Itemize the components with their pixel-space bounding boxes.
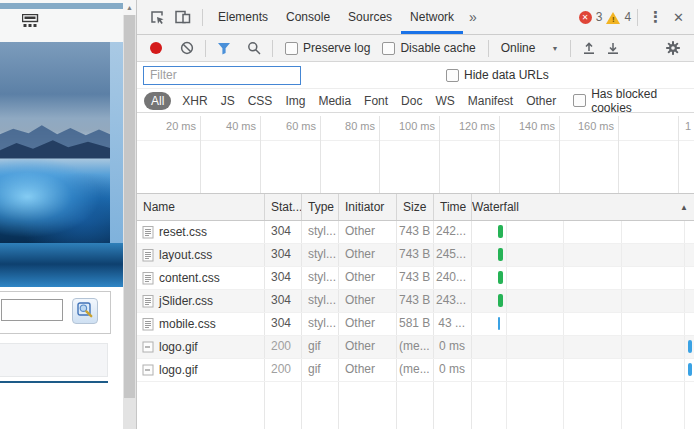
time-cell: 242... <box>434 221 472 243</box>
request-name: content.css <box>159 268 220 289</box>
tab-sources[interactable]: Sources <box>339 0 401 34</box>
checkbox[interactable] <box>446 69 459 82</box>
warning-icon[interactable]: ! <box>606 11 620 24</box>
empty-rows-area <box>137 382 694 429</box>
ocean-highlight <box>0 159 110 243</box>
device-toolbar-icon[interactable] <box>170 10 196 24</box>
widget-icon <box>22 14 39 30</box>
request-row[interactable]: mobile.css304styl...Other581 B43 ... <box>137 313 694 336</box>
type-pill-media[interactable]: Media <box>316 92 353 110</box>
record-button[interactable] <box>145 42 167 54</box>
import-har-icon[interactable] <box>577 41 601 55</box>
filter-input[interactable] <box>143 66 301 85</box>
initiator-cell: Other <box>339 244 397 266</box>
column-header-name[interactable]: Name <box>137 194 265 220</box>
timeline-overview[interactable]: 20 ms40 ms60 ms80 ms100 ms120 ms140 ms16… <box>137 113 694 194</box>
ruler-tick-label: 20 ms <box>140 120 196 132</box>
size-cell: 743 B <box>397 221 434 243</box>
hide-data-urls-label: Hide data URLs <box>464 68 549 82</box>
preserve-log-checkbox[interactable]: Preserve log <box>285 41 370 55</box>
page-content-box <box>0 343 108 377</box>
hide-data-urls-checkbox[interactable]: Hide data URLs <box>446 68 549 82</box>
scrollbar-thumb[interactable] <box>124 15 135 398</box>
waterfall-gridline <box>621 382 622 429</box>
request-row[interactable]: logo.gif200gifOther(me...0 ms <box>137 359 694 382</box>
status-cell: 304 <box>265 244 302 266</box>
type-pill-all[interactable]: All <box>144 92 171 110</box>
type-pill-ws[interactable]: WS <box>433 92 456 110</box>
tab-console[interactable]: Console <box>277 0 339 34</box>
size-cell: (me... <box>397 359 434 381</box>
error-icon[interactable]: ✕ <box>579 11 592 24</box>
waterfall-gridline <box>506 313 507 335</box>
column-header-label: Type <box>308 200 334 214</box>
waterfall-bar <box>688 363 692 376</box>
type-filter-row: AllXHRJSCSSImgMediaFontDocWSManifestOthe… <box>137 89 694 113</box>
waterfall-bar <box>498 294 503 307</box>
stylesheet-icon <box>142 225 154 239</box>
has-blocked-cookies-checkbox[interactable]: Has blocked cookies <box>573 87 681 115</box>
sort-arrow-icon[interactable]: ▲ <box>680 203 688 212</box>
request-row[interactable]: layout.css304styl...Other743 B245... <box>137 244 694 267</box>
request-row[interactable]: logo.gif200gifOther(me...0 ms <box>137 336 694 359</box>
column-header-time[interactable]: Time <box>434 194 472 220</box>
settings-gear-icon[interactable] <box>660 40 686 56</box>
request-name: reset.css <box>159 222 207 243</box>
error-count[interactable]: 3 <box>596 10 603 24</box>
status-cell: 304 <box>265 313 302 335</box>
column-header-init[interactable]: Initiator <box>339 194 397 220</box>
disable-cache-checkbox[interactable]: Disable cache <box>382 41 475 55</box>
type-pill-manifest[interactable]: Manifest <box>466 92 515 110</box>
time-cell: 245... <box>434 244 472 266</box>
type-pill-css[interactable]: CSS <box>246 92 275 110</box>
tab-network[interactable]: Network <box>401 0 463 34</box>
more-tabs-icon[interactable]: » <box>463 9 483 25</box>
clear-button[interactable] <box>175 41 199 55</box>
column-header-wf[interactable]: Waterfall▲ <box>472 194 694 220</box>
stylesheet-icon <box>142 271 154 285</box>
page-search-button[interactable] <box>72 298 98 324</box>
type-cell: styl... <box>302 313 339 335</box>
waterfall-gridline <box>563 290 564 312</box>
type-pill-doc[interactable]: Doc <box>399 92 424 110</box>
inspect-element-icon[interactable] <box>145 10 170 25</box>
size-cell: 743 B <box>397 267 434 289</box>
image-icon <box>142 363 154 377</box>
request-row[interactable]: jSlider.css304styl...Other743 B243... <box>137 290 694 313</box>
page-scrollbar[interactable]: ▲ <box>123 0 136 429</box>
type-pill-font[interactable]: Font <box>362 92 390 110</box>
type-cell: gif <box>302 336 339 358</box>
waterfall-gridline <box>506 336 507 358</box>
request-row[interactable]: content.css304styl...Other743 B240... <box>137 267 694 290</box>
type-pill-other[interactable]: Other <box>524 92 558 110</box>
warning-count[interactable]: 4 <box>624 10 631 24</box>
divider <box>205 40 206 57</box>
filter-row: Hide data URLs <box>137 62 694 89</box>
export-har-icon[interactable] <box>601 41 625 55</box>
checkbox[interactable] <box>285 42 298 55</box>
column-header-type[interactable]: Type <box>302 194 339 220</box>
circle-slash-icon <box>180 41 194 55</box>
waterfall-gridline <box>684 221 685 243</box>
search-icon[interactable] <box>242 41 266 55</box>
checkbox[interactable] <box>573 94 586 107</box>
kebab-menu-icon[interactable]: ⋮ <box>644 8 667 26</box>
column-header-status[interactable]: Stat... <box>265 194 302 220</box>
size-cell: 743 B <box>397 290 434 312</box>
request-name-cell: content.css <box>137 267 265 289</box>
filter-funnel-icon[interactable] <box>212 42 236 55</box>
column-header-size[interactable]: Size <box>397 194 434 220</box>
checkbox[interactable] <box>382 42 395 55</box>
type-cell: gif <box>302 359 339 381</box>
close-icon[interactable]: ✕ <box>667 10 690 25</box>
throttling-dropdown[interactable]: Online ▼ <box>495 41 565 55</box>
type-pill-xhr[interactable]: XHR <box>180 92 209 110</box>
page-search-input[interactable] <box>1 299 63 321</box>
status-cell: 200 <box>265 359 302 381</box>
scrollbar-up-icon[interactable]: ▲ <box>123 0 136 15</box>
type-pill-img[interactable]: Img <box>283 92 307 110</box>
tab-elements[interactable]: Elements <box>209 0 277 34</box>
request-row[interactable]: reset.css304styl...Other743 B242... <box>137 221 694 244</box>
type-pill-js[interactable]: JS <box>219 92 237 110</box>
divider <box>637 9 638 26</box>
